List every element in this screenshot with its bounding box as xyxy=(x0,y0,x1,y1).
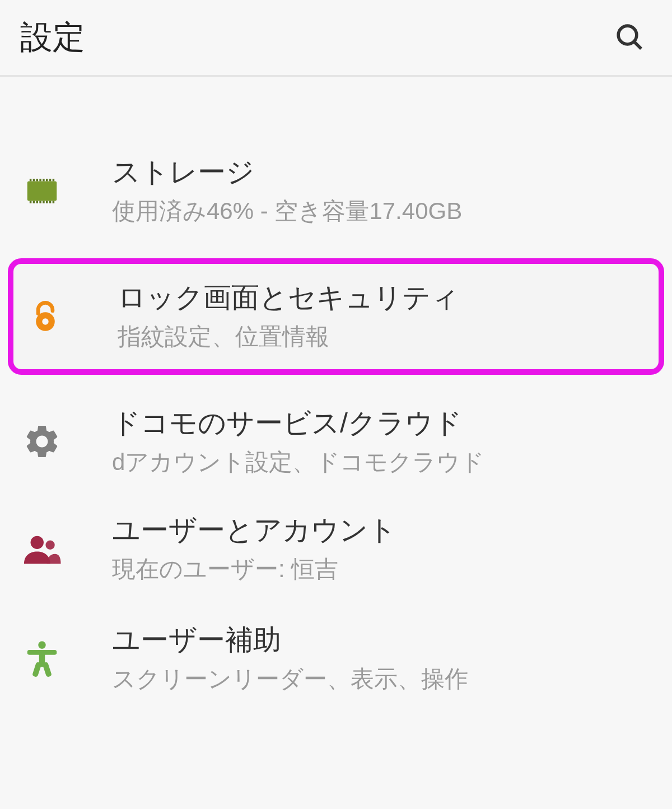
settings-item-text: ロック画面とセキュリティ 指紋設定、位置情報 xyxy=(118,280,459,354)
settings-item-title: ドコモのサービス/クラウド xyxy=(112,405,484,441)
settings-item-docomo[interactable]: ドコモのサービス/クラウド dアカウント設定、ドコモクラウド xyxy=(0,388,672,496)
settings-item-security[interactable]: ロック画面とセキュリティ 指紋設定、位置情報 xyxy=(8,258,664,375)
settings-item-text: ドコモのサービス/クラウド dアカウント設定、ドコモクラウド xyxy=(112,405,484,479)
page-title: 設定 xyxy=(20,16,85,59)
settings-item-subtitle: 現在のユーザー: 恒吉 xyxy=(112,553,396,586)
svg-point-23 xyxy=(38,641,45,649)
svg-point-0 xyxy=(618,26,637,44)
settings-item-subtitle: 指紋設定、位置情報 xyxy=(118,320,459,354)
settings-item-storage[interactable]: ストレージ 使用済み46% - 空き容量17.40GB xyxy=(0,137,672,245)
storage-icon xyxy=(22,171,112,211)
svg-point-22 xyxy=(45,541,54,550)
settings-item-title: ストレージ xyxy=(112,154,462,190)
svg-point-21 xyxy=(31,536,44,549)
settings-list: ᅟᅟᅟᅟᅟᅟᅟᅟᅟᅟᅟᅟᅟᅟᅟᅟᅟᅟᅟᅟ ストレージ 使用済み46 xyxy=(0,77,672,704)
settings-item-title: ユーザー補助 xyxy=(112,622,468,658)
settings-item-text: ストレージ 使用済み46% - 空き容量17.40GB xyxy=(112,154,462,228)
settings-item-text: ユーザー補助 スクリーンリーダー、表示、操作 xyxy=(112,622,468,696)
app-header: 設定 xyxy=(0,0,672,77)
search-icon xyxy=(614,46,645,54)
section-spacer xyxy=(0,97,672,137)
accessibility-icon xyxy=(22,639,112,678)
settings-item-text: ユーザーとアカウント 現在のユーザー: 恒吉 xyxy=(112,512,396,586)
svg-rect-26 xyxy=(32,662,42,677)
svg-rect-2 xyxy=(27,181,57,201)
users-icon xyxy=(22,529,112,569)
settings-item-subtitle: スクリーンリーダー、表示、操作 xyxy=(112,663,468,696)
search-button[interactable] xyxy=(609,17,650,59)
settings-item-title: ユーザーとアカウント xyxy=(112,512,396,548)
partial-row-top: ᅟᅟᅟᅟᅟᅟᅟᅟᅟᅟᅟᅟᅟᅟᅟᅟᅟᅟᅟᅟ xyxy=(0,77,672,97)
settings-item-accessibility[interactable]: ユーザー補助 スクリーンリーダー、表示、操作 xyxy=(0,603,672,704)
settings-item-subtitle: dアカウント設定、ドコモクラウド xyxy=(112,446,484,479)
lock-icon xyxy=(28,299,118,334)
svg-rect-27 xyxy=(42,662,52,677)
settings-item-title: ロック画面とセキュリティ xyxy=(118,280,459,316)
settings-item-users[interactable]: ユーザーとアカウント 現在のユーザー: 恒吉 xyxy=(0,495,672,603)
svg-line-1 xyxy=(634,41,641,49)
settings-item-subtitle: 使用済み46% - 空き容量17.40GB xyxy=(112,195,462,228)
svg-point-20 xyxy=(42,318,48,324)
gear-icon xyxy=(22,422,112,461)
